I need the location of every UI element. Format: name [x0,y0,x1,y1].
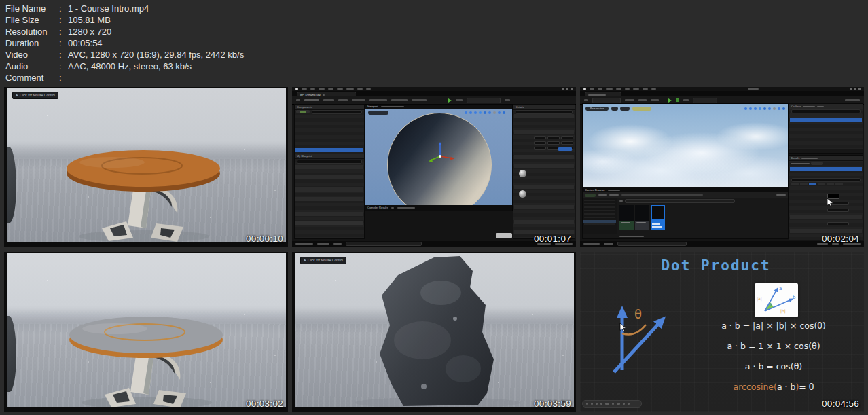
details-search [791,178,861,182]
video-thumbnail-5[interactable]: Click for Mouse Control 00:03:59 [292,252,576,412]
play-button-icon [448,98,452,103]
static-mesh-preview [519,170,526,177]
meta-row-filename: File Name:1 - Course Intro.mp4 [5,3,244,14]
dot-product-slide: Dot Product θ [580,252,864,412]
unreal-level-editor: Perspective Outliner Details [580,87,864,247]
formula-2: a · b = 1 × 1 × cos(θ) [697,341,850,351]
details-panel: Details [513,104,575,239]
vector-diagram-card: a b |a| |b| θ [755,283,798,317]
theta-label: θ [634,307,642,321]
add-asset-button [585,194,596,197]
formula-4-theta: = θ [799,382,814,392]
lit-mode-chip [611,107,618,111]
my-blueprint-search [297,160,362,164]
meta-colon: : [59,37,68,49]
timestamp-overlay: 00:02:04 [822,234,859,244]
timestamp-overlay: 00:03:02 [246,399,283,409]
scene-rock: Click for Mouse Control [295,253,574,407]
selected-actor-row [790,118,862,122]
mouse-cursor [619,323,627,332]
meta-colon: : [59,60,68,72]
meta-label: Video [5,49,59,60]
formula-3: a · b = cos(θ) [697,361,850,372]
contact-sheet: File Name:1 - Course Intro.mp4 File Size… [0,0,868,415]
mouse-control-badge: Click for Mouse Control [300,257,346,264]
video-thumbnail-6[interactable]: Dot Product θ [580,252,864,412]
annotation-toolbar [582,400,642,408]
rock-illustration [295,253,574,407]
viewport-toolbar-icons [465,111,467,114]
perspective-chip [368,111,388,115]
selected-component-row [790,167,862,171]
video-thumbnail-3[interactable]: Perspective Outliner Details [580,87,864,247]
selection-mode-dropdown [592,98,621,103]
viewport-toolbar-icons [744,107,747,110]
my-blueprint-title: My Blueprint [297,155,312,158]
video-codec-value: AVC, 1280 x 720 (16:9), 29.84 fps, 2442 … [68,50,244,60]
scene-orange-table: Click for Mouse Control [7,88,286,242]
diagram-theta-label: θ [770,302,772,306]
my-blueprint-header: My Blueprint [295,154,364,159]
material-preview [519,190,526,198]
level-viewport: Perspective [582,103,789,188]
add-button [811,162,823,165]
window-controls [562,88,573,90]
meta-label: Audio [5,60,59,72]
meta-label: Comment [5,72,59,84]
components-panel-title: Components [297,106,312,109]
meta-label: File Name [5,3,59,14]
video-thumbnail-2[interactable]: BP_DynamicSky Components My Blueprint [292,87,576,247]
meta-label: Resolution [5,26,59,37]
mobility-selected-chip [558,147,572,151]
outliner-title: Outliner [791,105,801,108]
asset-tile [619,205,634,230]
play-options-icon [676,98,679,102]
compiler-results-tab: Compiler Results [367,206,388,209]
file-size-value: 105.81 MB [68,15,111,25]
selected-component-row [295,148,363,152]
asset-tile [635,205,649,230]
video-thumbnail-4[interactable]: 00:03:02 [4,252,288,412]
asset-tabbar: BP_DynamicSky [292,91,576,96]
perspective-chip: Perspective [585,107,609,111]
meta-colon: : [59,26,68,37]
mouse-control-badge: Click for Mouse Control [12,92,58,99]
save-button [496,233,512,238]
video-thumbnail-1[interactable]: Click for Mouse Control 00:00:10 [4,87,288,247]
selected-folder-row [583,220,616,223]
table-illustration [7,253,286,407]
table-illustration [7,88,286,242]
timestamp-overlay: 00:00:10 [246,234,283,244]
level-tabbar [580,91,864,96]
window-controls [850,88,861,90]
add-component-button [296,110,310,113]
meta-label: Duration [5,37,59,49]
vector-diagram: a b |a| |b| θ [755,283,798,317]
cmd-input [346,242,422,246]
details-panel: Details [789,155,863,240]
badge-text: Click for Mouse Control [20,92,55,98]
details-title: Details [791,157,799,160]
formula-1: a · b = |a| × |b| × cos(θ) [697,321,850,331]
slide-title: Dot Product [641,257,791,274]
audio-codec-value: AAC, 48000 Hz, stereo, 63 kb/s [68,61,192,71]
duration-value: 00:05:54 [68,38,103,48]
vector-angle-figure: θ [595,297,697,378]
show-flags-chip [620,107,630,111]
perspective-label: Perspective [590,107,604,110]
meta-row-duration: Duration:00:05:54 [5,37,244,49]
file-name-value: 1 - Course Intro.mp4 [68,3,149,14]
details-panel-title: Details [516,106,524,109]
meta-row-video: Video:AVC, 1280 x 720 (16:9), 29.84 fps,… [5,49,244,60]
magnitude-b-label: |b| [780,308,786,314]
outliner-panel: Outliner [789,103,863,154]
platforms-dropdown [693,98,717,103]
meta-colon: : [59,3,68,14]
mouse-cursor [827,198,834,207]
unsaved-indicator-chip [632,107,651,111]
asset-tile-selected [651,205,665,230]
active-filter-chip [809,183,816,185]
unreal-logo-icon [583,88,586,90]
blueprint-viewport: Viewport Compiler Results [365,104,513,211]
meta-row-filesize: File Size:105.81 MB [5,14,244,26]
